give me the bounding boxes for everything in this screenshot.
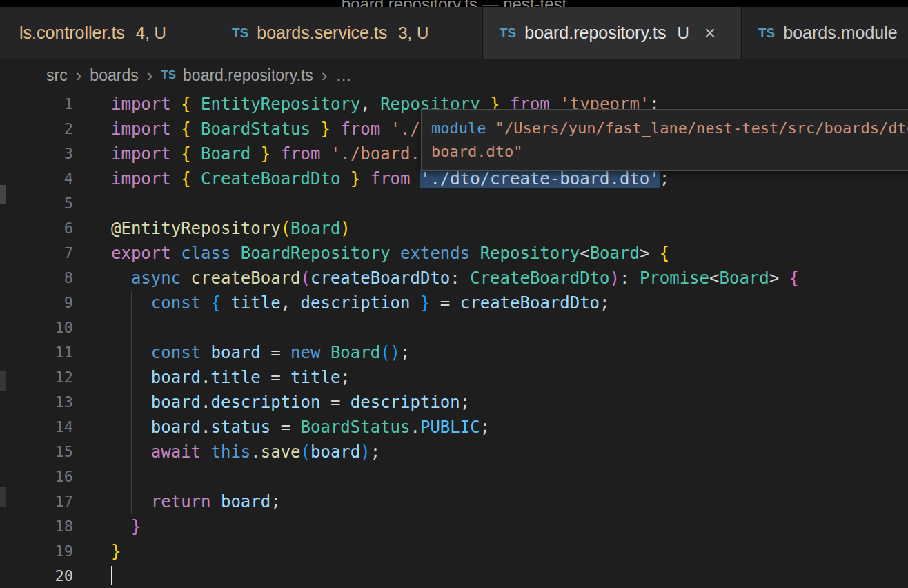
code-line[interactable]: 18 } — [0, 514, 908, 539]
code-text[interactable]: } — [73, 514, 141, 539]
line-number[interactable]: 11 — [0, 340, 73, 365]
typescript-file-icon: TS — [232, 26, 248, 41]
code-text[interactable] — [73, 315, 111, 340]
line-number[interactable]: 12 — [0, 365, 73, 390]
line-number[interactable]: 15 — [0, 440, 73, 464]
code-text[interactable]: } — [73, 539, 121, 564]
line-number[interactable]: 2 — [0, 117, 73, 141]
code-text[interactable]: return board; — [73, 489, 281, 514]
breadcrumb: src › boards › TS board.repository.ts › … — [0, 59, 908, 92]
tab-label: boards.service.ts — [257, 23, 387, 43]
line-number[interactable]: 17 — [0, 489, 73, 514]
line-number[interactable]: 13 — [0, 390, 73, 415]
code-text[interactable] — [73, 191, 111, 216]
line-number[interactable]: 18 — [0, 514, 73, 539]
code-line[interactable]: 8 async createBoard(createBoardDto: Crea… — [0, 266, 908, 291]
typescript-file-icon: TS — [758, 26, 775, 41]
breadcrumb-item-file[interactable]: board.repository.ts — [183, 66, 313, 85]
title-bar: board.repository.ts — nest-test — [0, 0, 908, 7]
scrollbar-decoration — [0, 371, 6, 391]
tooltip-line: module "/Users/yun/fast_lane/nest-test/s… — [431, 117, 908, 140]
typescript-file-icon: TS — [500, 26, 516, 41]
code-text[interactable]: import { Board } from './board. — [73, 141, 420, 166]
code-text[interactable]: const board = new Board(); — [73, 340, 411, 365]
tooltip-path: board.dto" — [431, 143, 522, 160]
chevron-right-icon: › — [322, 68, 328, 84]
tab-label: boards.module — [783, 23, 897, 43]
code-line[interactable]: 10 — [0, 315, 908, 340]
breadcrumb-item-boards[interactable]: boards — [90, 66, 138, 85]
tab-git-badge: U — [677, 23, 689, 43]
breadcrumb-item-src[interactable]: src — [46, 66, 68, 85]
code-text[interactable]: @EntityRepository(Board) — [73, 216, 351, 241]
tab-boards-service[interactable]: TS boards.service.ts 3, U — [215, 7, 483, 59]
code-editor[interactable]: 1import { EntityRepository, Repository }… — [0, 92, 908, 588]
tooltip-line: board.dto" — [431, 140, 908, 164]
code-text[interactable]: await this.save(board); — [73, 440, 380, 464]
scrollbar-decoration — [0, 487, 6, 507]
line-number[interactable]: 4 — [0, 166, 73, 191]
code-text[interactable]: const { title, description } = createBoa… — [73, 291, 610, 315]
line-number[interactable]: 19 — [0, 539, 73, 564]
code-line[interactable]: 19} — [0, 539, 908, 564]
code-line[interactable]: 17 return board; — [0, 489, 908, 514]
code-text[interactable] — [73, 564, 112, 588]
tab-bar: ls.controller.ts 4, U TS boards.service.… — [0, 7, 908, 59]
tab-label: board.repository.ts — [524, 23, 666, 43]
line-number[interactable]: 5 — [0, 191, 73, 216]
code-text[interactable]: import { BoardStatus } from './ — [73, 117, 420, 141]
highlighted-module-path[interactable]: './dto/create-board.dto' — [420, 169, 660, 188]
close-icon[interactable]: × — [702, 23, 718, 43]
code-line[interactable]: 5 — [0, 191, 908, 216]
tab-problems-badge: 4, U — [136, 23, 166, 43]
code-text[interactable]: board.title = title; — [73, 365, 351, 390]
indent-guide — [131, 291, 132, 514]
tooltip-path: "/Users/yun/fast_lane/nest-test/src/boar… — [486, 119, 908, 137]
tab-board-repository[interactable]: TS board.repository.ts U × — [483, 7, 742, 59]
chevron-right-icon: › — [147, 68, 153, 84]
code-line[interactable]: 6@EntityRepository(Board) — [0, 216, 908, 241]
line-number[interactable]: 16 — [0, 464, 73, 489]
window-title: board.repository.ts — nest-test — [342, 0, 566, 7]
tooltip-keyword: module — [431, 119, 486, 137]
code-text[interactable]: export class BoardRepository extends Rep… — [73, 241, 669, 266]
chevron-right-icon: › — [76, 68, 82, 84]
line-number[interactable]: 20 — [0, 564, 73, 588]
code-line[interactable]: 12 board.title = title; — [0, 365, 908, 390]
code-line[interactable]: 9 const { title, description } = createB… — [0, 291, 908, 315]
code-line[interactable]: 11 const board = new Board(); — [0, 340, 908, 365]
tab-boards-module[interactable]: TS boards.module — [742, 7, 908, 59]
line-number[interactable]: 9 — [0, 291, 73, 315]
code-text[interactable]: board.status = BoardStatus.PUBLIC; — [73, 415, 490, 440]
line-number[interactable]: 3 — [0, 141, 73, 166]
tab-boards-controller[interactable]: ls.controller.ts 4, U — [0, 7, 215, 59]
code-line[interactable]: 16 — [0, 464, 908, 489]
code-line[interactable]: 20 — [0, 564, 908, 588]
code-text[interactable]: board.description = description; — [73, 390, 470, 415]
code-line[interactable]: 13 board.description = description; — [0, 390, 908, 415]
code-text[interactable] — [73, 464, 111, 489]
breadcrumb-more[interactable]: … — [336, 66, 352, 85]
code-line[interactable]: 7export class BoardRepository extends Re… — [0, 241, 908, 266]
tab-label: ls.controller.ts — [19, 23, 125, 43]
line-number[interactable]: 10 — [0, 315, 73, 340]
line-number[interactable]: 14 — [0, 415, 73, 440]
line-number[interactable]: 7 — [0, 241, 73, 266]
code-text[interactable]: async createBoard(createBoardDto: Create… — [73, 266, 799, 291]
text-cursor — [111, 566, 112, 585]
line-number[interactable]: 8 — [0, 266, 73, 291]
hover-tooltip: module "/Users/yun/fast_lane/nest-test/s… — [421, 109, 908, 171]
code-line[interactable]: 15 await this.save(board); — [0, 440, 908, 464]
scrollbar-decoration — [0, 185, 6, 204]
code-line[interactable]: 14 board.status = BoardStatus.PUBLIC; — [0, 415, 908, 440]
line-number[interactable]: 6 — [0, 216, 73, 241]
tab-problems-badge: 3, U — [398, 23, 428, 43]
typescript-file-icon: TS — [161, 68, 176, 82]
line-number[interactable]: 1 — [0, 92, 73, 117]
